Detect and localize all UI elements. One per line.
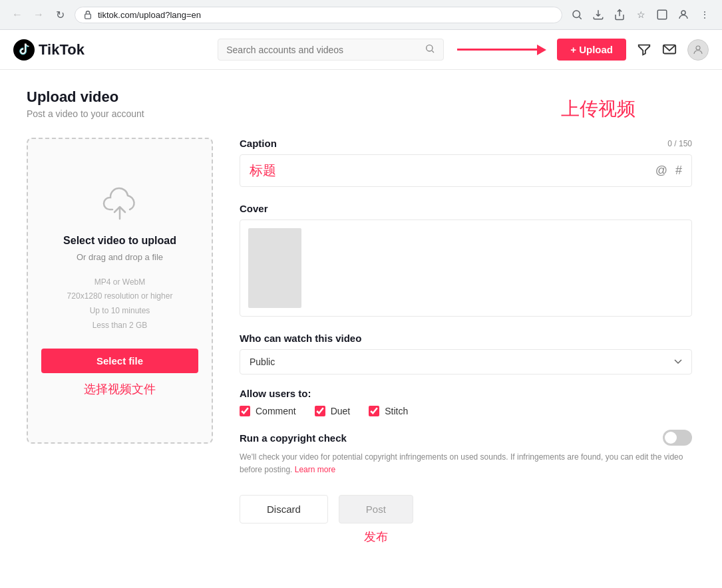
toggle-slider	[663, 430, 692, 446]
stitch-label: Stitch	[385, 406, 408, 416]
arrow-line	[457, 49, 537, 51]
comment-option[interactable]: Comment	[240, 406, 296, 416]
allow-options: Comment Duet Stitch	[240, 406, 692, 416]
cover-thumbnail	[248, 228, 301, 308]
copyright-label: Run a copyright check	[240, 432, 347, 444]
messages-button[interactable]	[662, 43, 677, 57]
upload-subtitle: Or drag and drop a file	[77, 252, 163, 262]
cover-container	[240, 220, 692, 317]
learn-more-link[interactable]: Learn more	[295, 465, 335, 474]
svg-point-3	[681, 11, 685, 15]
share-button[interactable]	[610, 5, 629, 24]
privacy-label: Who can watch this video	[240, 333, 692, 344]
cover-label: Cover	[240, 203, 692, 214]
comment-checkbox[interactable]	[240, 406, 250, 416]
svg-point-1	[573, 11, 580, 18]
upload-button-label: + Upload	[570, 44, 613, 55]
allow-users-label: Allow users to:	[240, 388, 692, 399]
allow-users-section: Allow users to: Comment Duet Stitch	[240, 388, 692, 416]
action-buttons: Discard Post 发布	[240, 495, 692, 545]
upload-annotation-chinese: 上传视频	[561, 96, 635, 122]
logo-text: TikTok	[39, 41, 85, 59]
char-count: 0 / 150	[667, 139, 692, 148]
stitch-option[interactable]: Stitch	[369, 406, 408, 416]
duet-checkbox[interactable]	[315, 406, 325, 416]
tiktok-logo-icon	[13, 39, 35, 61]
svg-point-4	[13, 39, 35, 61]
filter-icon-button[interactable]	[637, 43, 651, 57]
tab-button[interactable]	[653, 5, 671, 24]
upload-specs: MP4 or WebM 720x1280 resolution or highe…	[67, 275, 173, 333]
discard-button[interactable]: Discard	[240, 495, 328, 523]
header-right	[637, 39, 709, 61]
browser-toolbar: ← → ↻ tiktok.com/upload?lang=en	[0, 0, 722, 29]
address-text: tiktok.com/upload?lang=en	[98, 10, 554, 20]
upload-box[interactable]: Select video to upload Or drag and drop …	[27, 138, 213, 444]
search-browser-button[interactable]	[568, 5, 586, 24]
main-content: Upload video Post a video to your accoun…	[0, 70, 719, 563]
select-file-button[interactable]: Select file	[41, 349, 198, 373]
svg-point-7	[696, 46, 700, 50]
copyright-section: Run a copyright check We'll check your v…	[240, 430, 692, 476]
upload-layout: Select video to upload Or drag and drop …	[27, 138, 692, 545]
arrow-annotation	[457, 45, 546, 55]
profile-button[interactable]	[674, 5, 693, 24]
spec-format: MP4 or WebM	[67, 275, 173, 290]
copyright-description: We'll check your video for potential cop…	[240, 451, 692, 476]
download-button[interactable]	[589, 5, 608, 24]
search-bar	[218, 39, 444, 61]
hash-button[interactable]: #	[675, 164, 682, 178]
tiktok-logo[interactable]: TikTok	[13, 39, 85, 61]
privacy-section: Who can watch this video Public Friends …	[240, 333, 692, 374]
caption-actions: @ #	[655, 164, 682, 178]
lock-icon	[83, 10, 92, 19]
svg-rect-0	[85, 14, 91, 19]
svg-rect-2	[657, 10, 667, 19]
bookmark-button[interactable]: ☆	[632, 5, 650, 24]
search-button[interactable]	[425, 43, 435, 56]
svg-point-5	[427, 45, 433, 51]
forward-button[interactable]: →	[29, 5, 48, 24]
reload-button[interactable]: ↻	[51, 5, 69, 24]
menu-button[interactable]: ⋮	[695, 5, 714, 24]
select-file-annotation-chinese: 选择视频文件	[84, 381, 156, 397]
caption-label: Caption 0 / 150	[240, 138, 692, 149]
arrow-head	[537, 45, 546, 55]
post-annotation-chinese: 发布	[364, 529, 388, 545]
browser-nav-buttons: ← → ↻	[8, 5, 69, 24]
at-button[interactable]: @	[655, 164, 667, 178]
caption-input-wrapper[interactable]: 标题 @ #	[240, 154, 692, 187]
stitch-checkbox[interactable]	[369, 406, 379, 416]
right-panel: Caption 0 / 150 标题 @ # Cover	[240, 138, 692, 545]
browser-actions: ☆ ⋮	[568, 5, 714, 24]
avatar[interactable]	[687, 39, 709, 61]
back-button[interactable]: ←	[8, 5, 27, 24]
duet-label: Duet	[331, 406, 351, 416]
spec-duration: Up to 10 minutes	[67, 304, 173, 319]
browser-chrome: ← → ↻ tiktok.com/upload?lang=en	[0, 0, 722, 30]
spec-resolution: 720x1280 resolution or higher	[67, 289, 173, 304]
copyright-toggle[interactable]	[663, 430, 692, 446]
cover-section: Cover	[240, 203, 692, 317]
duet-option[interactable]: Duet	[315, 406, 351, 416]
comment-label: Comment	[256, 406, 296, 416]
copyright-row: Run a copyright check	[240, 430, 692, 446]
privacy-select[interactable]: Public Friends Private	[240, 349, 692, 374]
caption-placeholder-chinese: 标题	[250, 162, 655, 180]
upload-title: Select video to upload	[63, 235, 176, 247]
cloud-upload-icon	[100, 184, 140, 224]
address-bar[interactable]: tiktok.com/upload?lang=en	[75, 7, 562, 23]
post-button[interactable]: Post	[339, 495, 413, 523]
search-input[interactable]	[226, 45, 419, 55]
tiktok-header: TikTok + Upload	[0, 30, 722, 70]
caption-section: Caption 0 / 150 标题 @ #	[240, 138, 692, 187]
upload-button[interactable]: + Upload	[557, 39, 626, 61]
spec-size: Less than 2 GB	[67, 319, 173, 333]
